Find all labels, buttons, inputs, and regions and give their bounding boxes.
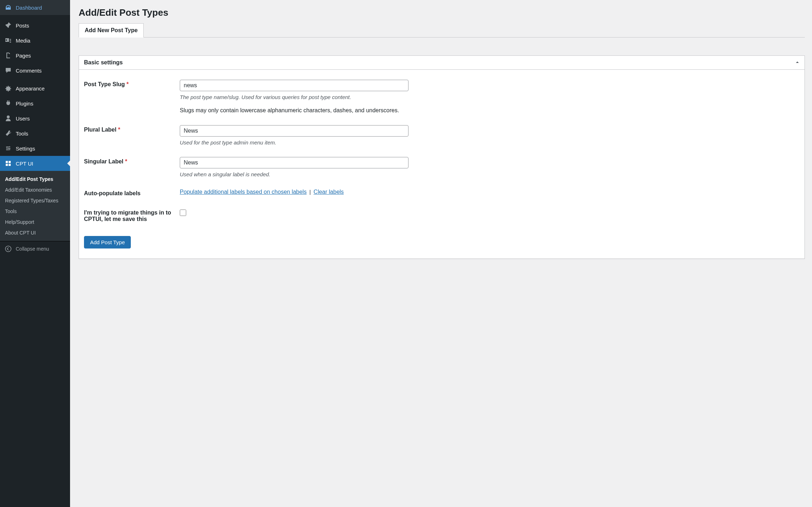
sidebar-item-media[interactable]: Media (0, 33, 70, 48)
sidebar-item-tools[interactable]: Tools (0, 126, 70, 141)
desc-singular: Used when a singular label is needed. (180, 171, 409, 177)
main-content: Add/Edit Post Types Add New Post Type Ba… (70, 0, 812, 507)
sidebar-item-appearance[interactable]: Appearance (0, 81, 70, 96)
required-marker: * (125, 158, 127, 164)
tabs: Add New Post Type (79, 23, 805, 38)
sidebar-label: Appearance (16, 85, 45, 92)
sidebar-item-plugins[interactable]: Plugins (0, 96, 70, 111)
media-icon (4, 36, 12, 44)
input-post-type-slug[interactable] (180, 80, 409, 91)
sidebar-item-settings[interactable]: Settings (0, 141, 70, 156)
required-marker: * (118, 127, 120, 133)
submenu-item-help-support[interactable]: Help/Support (0, 217, 70, 227)
separator: | (310, 189, 311, 195)
add-post-type-button[interactable]: Add Post Type (84, 236, 131, 248)
submenu-item-tools[interactable]: Tools (0, 206, 70, 217)
submenu-item-add-edit-post-types[interactable]: Add/Edit Post Types (0, 174, 70, 184)
label-singular: Singular Label (84, 158, 123, 164)
collapse-icon (4, 245, 12, 253)
input-plural-label[interactable] (180, 125, 409, 137)
svg-point-0 (5, 246, 11, 252)
sidebar-label: Comments (16, 68, 42, 74)
desc-post-type-slug: The post type name/slug. Used for variou… (180, 94, 409, 100)
note-post-type-slug: Slugs may only contain lowercase alphanu… (180, 107, 409, 114)
settings-icon (4, 144, 12, 152)
sidebar-submenu: Add/Edit Post Types Add/Edit Taxonomies … (0, 171, 70, 241)
sidebar-label: Posts (16, 23, 29, 29)
link-populate-labels[interactable]: Populate additional labels based on chos… (180, 189, 307, 195)
admin-sidebar: Dashboard Posts Media Pages Comments (0, 0, 70, 507)
collapse-label: Collapse menu (16, 246, 49, 252)
comment-icon (4, 67, 12, 74)
tools-icon (4, 129, 12, 137)
sidebar-label: Dashboard (16, 5, 42, 11)
sidebar-label: Pages (16, 53, 31, 59)
sidebar-item-dashboard[interactable]: Dashboard (0, 0, 70, 15)
cptui-icon (4, 159, 12, 167)
dashboard-icon (4, 4, 12, 11)
row-plural-label: Plural Label * Used for the post type ad… (84, 120, 799, 152)
panel-header: Basic settings (79, 56, 804, 70)
sidebar-item-users[interactable]: Users (0, 111, 70, 126)
sidebar-label: Plugins (16, 100, 33, 107)
sidebar-item-cptui[interactable]: CPT UI (0, 156, 70, 171)
chevron-up-icon (795, 60, 799, 64)
pin-icon (4, 21, 12, 29)
input-singular-label[interactable] (180, 157, 409, 168)
submenu-item-registered-types[interactable]: Registered Types/Taxes (0, 195, 70, 206)
row-auto-populate: Auto-populate labels Populate additional… (84, 184, 799, 203)
sidebar-label: Settings (16, 146, 35, 152)
pages-icon (4, 51, 12, 59)
panel-title: Basic settings (84, 59, 123, 66)
sidebar-item-comments[interactable]: Comments (0, 63, 70, 78)
sidebar-label: Users (16, 115, 30, 122)
link-clear-labels[interactable]: Clear labels (313, 189, 343, 195)
desc-plural: Used for the post type admin menu item. (180, 139, 409, 146)
label-plural: Plural Label (84, 127, 117, 133)
sidebar-label: Tools (16, 131, 28, 137)
basic-settings-panel: Basic settings Post Type Slug * The post… (79, 55, 805, 259)
row-migrate: I'm trying to migrate things in to CPTUI… (84, 203, 799, 229)
tab-add-new-post-type[interactable]: Add New Post Type (79, 23, 144, 38)
row-singular-label: Singular Label * Used when a singular la… (84, 152, 799, 184)
user-icon (4, 114, 12, 122)
submenu-item-about[interactable]: About CPT UI (0, 227, 70, 238)
plugin-icon (4, 99, 12, 107)
label-migrate: I'm trying to migrate things in to CPTUI… (84, 210, 171, 222)
sidebar-item-pages[interactable]: Pages (0, 48, 70, 63)
page-title: Add/Edit Post Types (79, 7, 805, 18)
appearance-icon (4, 84, 12, 92)
sidebar-label: Media (16, 38, 30, 44)
label-auto-populate: Auto-populate labels (84, 190, 140, 196)
checkbox-migrate[interactable] (180, 210, 186, 216)
collapse-menu-button[interactable]: Collapse menu (0, 241, 70, 256)
required-marker: * (127, 81, 129, 87)
submenu-item-add-edit-taxonomies[interactable]: Add/Edit Taxonomies (0, 184, 70, 195)
label-post-type-slug: Post Type Slug (84, 81, 125, 87)
panel-toggle[interactable] (795, 60, 799, 65)
sidebar-label: CPT UI (16, 161, 33, 167)
row-post-type-slug: Post Type Slug * The post type name/slug… (84, 75, 799, 120)
sidebar-item-posts[interactable]: Posts (0, 18, 70, 33)
